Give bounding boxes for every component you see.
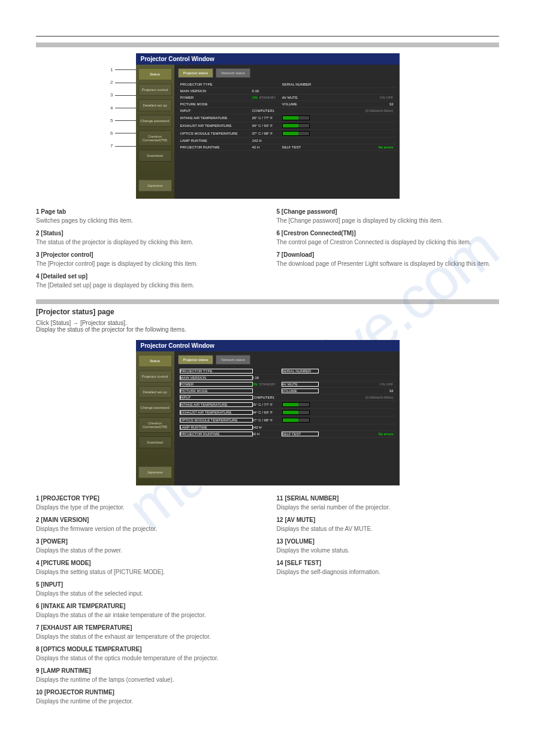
header-rule (36, 36, 499, 37)
tabs: Projector status Network status (178, 68, 396, 78)
desc-item-4: 4 [Detailed set up]The [Detailed set up]… (36, 272, 259, 290)
volume-value: 32 (318, 102, 394, 106)
selftest-label-2: SELF TEST (282, 432, 318, 436)
sidebar-item-detailed-setup[interactable]: Detailed set up (138, 99, 172, 111)
sidebar-item-projector-control[interactable]: Projector control (138, 84, 172, 96)
desc-item-8: 8 [OPTICS MODULE TEMPERATURE]Displays th… (36, 645, 259, 663)
callout-7: 7 (110, 142, 139, 149)
desc-item-1: 1 Page tabSwitches pages by clicking thi… (36, 207, 259, 225)
exhaust-bar (282, 123, 310, 128)
intake-temp-label: INTAKE AIR TEMPERATURE (180, 116, 252, 120)
window-titlebar-2: Projector Control Window (136, 340, 400, 351)
desc-item-2: 2 [Status]The status of the projector is… (36, 229, 259, 247)
intake-bar (282, 116, 310, 120)
desc-item-3: 3 [POWER]Displays the status of the powe… (36, 537, 259, 555)
callout-5: 5 (110, 117, 139, 124)
status-table: PROJECTOR TYPESERIAL NUMBER MAIN VERSION… (178, 81, 396, 151)
window-titlebar: Projector Control Window (136, 53, 400, 65)
desc-item-9: 9 [LAMP RUNTIME]Displays the runtime of … (36, 666, 259, 684)
volume-label: VOLUME (282, 102, 318, 106)
power-on: ON (252, 96, 258, 99)
serial-number-label: SERIAL NUMBER (282, 83, 318, 86)
tab-projector-status[interactable]: Projector status (178, 68, 214, 78)
projector-runtime-label-2: PROJECTOR RUNTIME (180, 432, 252, 436)
sidebar-item-download-2[interactable]: Download (138, 436, 172, 448)
projector-control-window-1: Projector Control Window Status Projecto… (136, 53, 400, 199)
avmute-label: AV MUTE (282, 96, 318, 99)
volume-label-2: VOLUME (282, 389, 318, 393)
projector-control-window-2: Projector Control Window Status Projecto… (136, 340, 400, 485)
desc-item-3: 3 [Projector control]The [Projector cont… (36, 250, 259, 268)
sidebar-item-change-password[interactable]: Change password (138, 115, 172, 127)
desc-item-11: 11 [SERIAL NUMBER]Displays the serial nu… (277, 494, 500, 512)
tab-network-status[interactable]: Network status (216, 68, 250, 78)
page: 1 2 3 4 5 6 7 Projector Control Window S… (0, 0, 535, 733)
callout-2: 2 (110, 79, 139, 86)
desc-item-7: 7 [Download]The download page of Present… (277, 250, 500, 268)
avmute-label-2: AV MUTE (282, 382, 318, 386)
desc-item-13: 13 [VOLUME]Displays the volume status. (277, 537, 500, 555)
desc-item-12: 12 [AV MUTE]Displays the status of the A… (277, 515, 500, 533)
main-version-label-2: MAIN VERSION (180, 376, 252, 379)
figure-2-wrap: Projector Control Window Status Projecto… (36, 340, 499, 485)
tab-network-status-2[interactable]: Network status (216, 355, 250, 365)
exhaust-temp-label: EXHAUST AIR TEMPERATURE (180, 124, 252, 127)
section-2-body: Click [Status] → [Projector status]. Dis… (36, 320, 499, 333)
item-descriptions-1: 1 Page tabSwitches pages by clicking thi… (36, 207, 499, 293)
desc-item-6: 6 [Crestron Connected(TM)]The control pa… (277, 229, 500, 247)
desc-item-2: 2 [MAIN VERSION]Displays the firmware ve… (36, 515, 259, 533)
desc-item-14: 14 [SELF TEST]Displays the self-diagnosi… (277, 558, 500, 576)
sidebar-item-projector-control-2[interactable]: Projector control (138, 371, 172, 382)
projector-runtime-value: 42 H (252, 145, 282, 149)
figure-1-wrap: 1 2 3 4 5 6 7 Projector Control Window S… (36, 53, 499, 199)
sidebar-item-status-2[interactable]: Status (138, 355, 172, 367)
optics-bar (282, 131, 310, 136)
sidebar-item-detailed-setup-2[interactable]: Detailed set up (138, 386, 172, 398)
power-label: POWER (180, 96, 252, 99)
projector-runtime-label: PROJECTOR RUNTIME (180, 145, 252, 149)
sidebar-item-crestron-2[interactable]: Crestron Connected(TM) (138, 417, 172, 433)
sidebar-item-language-2[interactable]: Japanese (138, 466, 172, 478)
picture-mode-label: PICTURE MODE (180, 102, 252, 106)
sidebar-item-change-password-2[interactable]: Change password (138, 402, 172, 414)
projector-type-label: PROJECTOR TYPE (180, 83, 252, 86)
picture-mode-label-2: PICTURE MODE (180, 389, 252, 393)
input-label: INPUT (180, 109, 252, 113)
exhaust-temp-value: 34° C / 93° F (252, 124, 282, 127)
optics-temp-value: 37° C / 98° F (252, 132, 282, 135)
projector-type-label-2: PROJECTOR TYPE (180, 369, 252, 373)
main-panel-2: Projector status Network status PROJECTO… (174, 351, 400, 485)
callout-6: 6 (110, 130, 139, 136)
desc-item-6: 6 [INTAKE AIR TEMPERATURE]Displays the s… (36, 602, 259, 620)
desc-item-5: 5 [Change password]The [Change password]… (277, 207, 500, 225)
selftest-value: No errors (318, 145, 394, 149)
callout-3: 3 (110, 92, 139, 98)
optics-temp-label: OPTICS MODULE TEMPERATURE (180, 132, 252, 135)
callout-1: 1 (110, 66, 139, 73)
intake-temp-value: 25° C / 77° F (252, 116, 282, 120)
avmute-off: OFF (386, 96, 394, 99)
sidebar-item-crestron[interactable]: Crestron Connected(TM) (138, 130, 172, 146)
sidebar-item-download[interactable]: Download (138, 150, 172, 162)
section-greybar-1 (36, 42, 499, 47)
main-panel: Projector status Network status PROJECTO… (174, 65, 400, 199)
volume-value-2: 32 (318, 389, 394, 393)
intake-temp-label-2: INTAKE AIR TEMPERATURE (180, 403, 252, 406)
section-2-title: [Projector status] page (36, 308, 499, 316)
lamp-runtime-value: 142 H (252, 139, 282, 142)
desc-item-4: 4 [PICTURE MODE]Displays the setting sta… (36, 558, 259, 576)
input-value: COMPUTER1 (252, 109, 282, 113)
power-standby: STANDBY (259, 96, 276, 99)
avmute-on: ON (380, 96, 385, 99)
input-label-2: INPUT (180, 396, 252, 399)
sidebar-item-language[interactable]: Japanese (138, 180, 172, 192)
main-version-label: MAIN VERSION (180, 89, 252, 93)
sidebar: Status Projector control Detailed set up… (136, 65, 174, 199)
sidebar-2: Status Projector control Detailed set up… (136, 351, 174, 485)
optics-temp-label-2: OPTICS MODULE TEMPERATURE (180, 418, 252, 422)
sidebar-item-status[interactable]: Status (138, 68, 172, 80)
lamp-runtime-label: LAMP RUNTIME (180, 139, 252, 142)
exhaust-temp-label-2: EXHAUST AIR TEMPERATURE (180, 411, 252, 414)
tab-projector-status-2[interactable]: Projector status (178, 355, 214, 365)
desc-item-7: 7 [EXHAUST AIR TEMPERATURE]Displays the … (36, 623, 259, 641)
